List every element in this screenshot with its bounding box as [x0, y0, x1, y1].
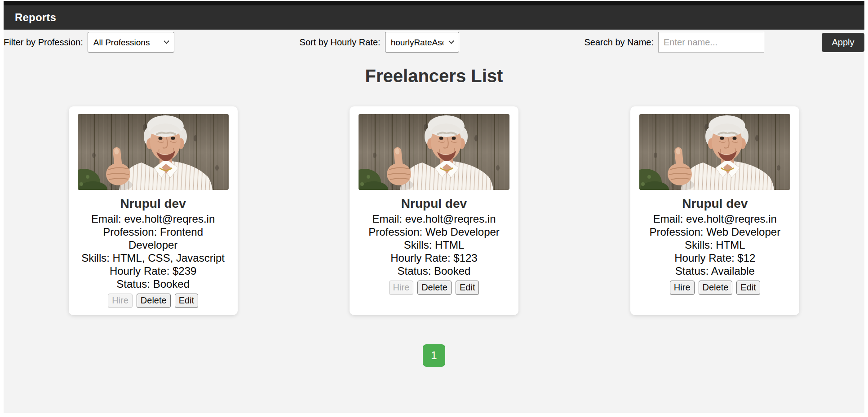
card-actions: Hire Delete Edit — [359, 281, 509, 295]
freelancer-cards: Nrupul dev Email: eve.holt@reqres.in Pro… — [4, 106, 864, 315]
page-button[interactable]: 1 — [423, 344, 445, 367]
freelancer-hourly-rate: Hourly Rate: $239 — [78, 264, 229, 277]
page-title: Freelancers List — [4, 66, 864, 86]
card-actions: Hire Delete Edit — [639, 281, 790, 295]
hire-button[interactable]: Hire — [670, 281, 695, 295]
hire-button[interactable]: Hire — [108, 294, 133, 308]
sort-select[interactable]: hourlyRateAsc — [385, 32, 459, 53]
freelancer-status: Status: Booked — [359, 264, 509, 277]
search-input[interactable] — [658, 32, 764, 53]
freelancer-email: Email: eve.holt@reqres.in — [78, 212, 229, 225]
freelancer-card: Nrupul dev Email: eve.holt@reqres.in Pro… — [630, 106, 799, 315]
freelancer-photo — [639, 114, 790, 190]
sort-select-wrap: hourlyRateAsc — [385, 32, 459, 53]
delete-button[interactable]: Delete — [137, 294, 171, 308]
apply-button[interactable]: Apply — [822, 33, 864, 52]
freelancer-name: Nrupul dev — [78, 197, 229, 211]
profession-select-wrap: All Professions — [88, 32, 174, 53]
profession-filter-select[interactable]: All Professions — [88, 32, 174, 53]
delete-button[interactable]: Delete — [699, 281, 733, 295]
freelancer-name: Nrupul dev — [359, 197, 509, 211]
freelancer-status: Status: Booked — [78, 277, 229, 290]
freelancer-photo — [78, 114, 229, 190]
top-strip — [4, 1, 864, 5]
card-actions: Hire Delete Edit — [78, 294, 229, 308]
freelancer-skills: Skills: HTML, CSS, Javascript — [78, 251, 229, 264]
nav-title: Reports — [15, 11, 56, 24]
freelancer-card: Nrupul dev Email: eve.holt@reqres.in Pro… — [69, 106, 238, 315]
freelancer-skills: Skills: HTML — [639, 238, 790, 251]
freelancer-status: Status: Available — [639, 264, 790, 277]
freelancer-email: Email: eve.holt@reqres.in — [639, 212, 790, 225]
search-label: Search by Name: — [584, 37, 654, 48]
edit-button[interactable]: Edit — [456, 281, 479, 295]
delete-button[interactable]: Delete — [417, 281, 452, 295]
search-group: Search by Name: Apply — [584, 32, 864, 53]
profession-filter-group: Filter by Profession: All Professions — [4, 32, 174, 53]
freelancer-hourly-rate: Hourly Rate: $12 — [639, 251, 790, 264]
sort-filter-label: Sort by Hourly Rate: — [300, 37, 381, 48]
hire-button[interactable]: Hire — [389, 281, 414, 295]
filter-bar: Filter by Profession: All Professions So… — [4, 31, 864, 53]
profession-filter-label: Filter by Profession: — [4, 37, 83, 48]
freelancer-profession: Profession: Web Developer — [639, 225, 790, 238]
app-root: Reports Filter by Profession: All Profes… — [4, 1, 864, 413]
freelancer-email: Email: eve.holt@reqres.in — [359, 212, 509, 225]
freelancer-name: Nrupul dev — [639, 197, 790, 211]
freelancer-profession: Profession: Frontend Developer — [78, 225, 229, 251]
freelancer-profession: Profession: Web Developer — [359, 225, 509, 238]
edit-button[interactable]: Edit — [175, 294, 198, 308]
sort-filter-group: Sort by Hourly Rate: hourlyRateAsc — [300, 32, 459, 53]
pagination: 1 — [4, 344, 864, 394]
freelancer-hourly-rate: Hourly Rate: $123 — [359, 251, 509, 264]
freelancer-skills: Skills: HTML — [359, 238, 509, 251]
freelancer-photo — [359, 114, 509, 190]
edit-button[interactable]: Edit — [736, 281, 760, 295]
freelancer-card: Nrupul dev Email: eve.holt@reqres.in Pro… — [350, 106, 518, 315]
top-nav: Reports — [4, 5, 864, 30]
